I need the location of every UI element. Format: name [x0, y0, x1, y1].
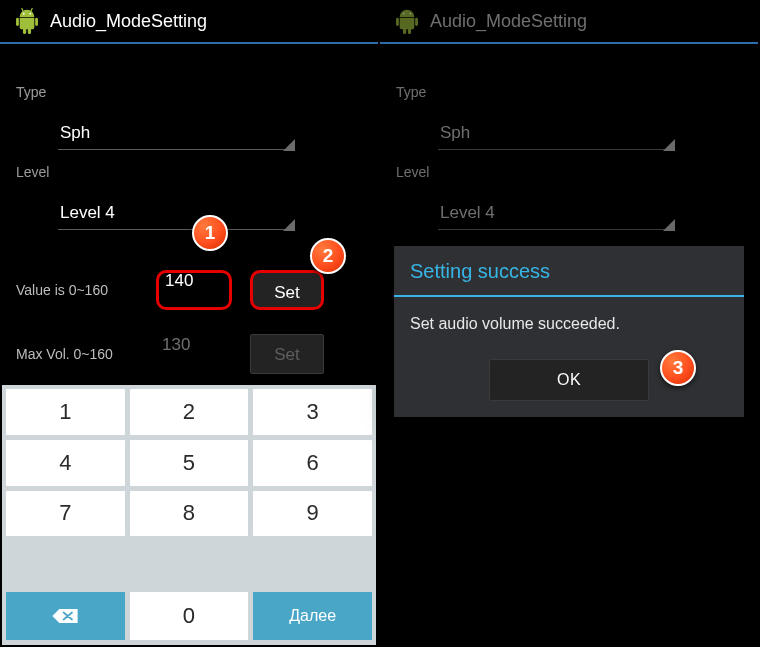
key-2[interactable]: 2	[130, 389, 249, 435]
key-7[interactable]: 7	[6, 491, 125, 537]
key-3[interactable]: 3	[253, 389, 372, 435]
app-bar: Audio_ModeSetting	[0, 0, 378, 44]
app-title: Audio_ModeSetting	[50, 11, 207, 32]
annotation-badge-1: 1	[192, 215, 228, 251]
dialog-setting-success: Setting success Set audio volume succeed…	[394, 246, 744, 417]
chevron-down-icon	[283, 219, 295, 231]
type-value: Sph	[440, 123, 470, 142]
type-value: Sph	[60, 123, 90, 142]
key-backspace[interactable]	[6, 592, 125, 640]
svg-point-9	[409, 13, 411, 15]
key-1[interactable]: 1	[6, 389, 125, 435]
label-level: Level	[16, 164, 49, 180]
dialog-title: Setting success	[394, 246, 744, 295]
maxvol-field-wrap: 130	[156, 334, 232, 374]
key-4[interactable]: 4	[6, 440, 125, 486]
level-value: Level 4	[440, 203, 495, 222]
bugdroid-icon	[394, 8, 420, 34]
key-next[interactable]: Далее	[253, 592, 372, 640]
bugdroid-icon	[14, 8, 40, 34]
type-spinner[interactable]: Sph	[58, 120, 293, 150]
svg-point-8	[403, 13, 405, 15]
type-spinner[interactable]: Sph	[438, 120, 673, 150]
maxvol-input[interactable]: 130	[156, 335, 226, 373]
annotation-badge-2: 2	[310, 238, 346, 274]
label-maxvol: Max Vol. 0~160	[16, 346, 156, 362]
highlight-value-field: 140	[156, 270, 232, 310]
backspace-icon	[51, 607, 79, 625]
key-6[interactable]: 6	[253, 440, 372, 486]
chevron-down-icon	[283, 139, 295, 151]
svg-rect-0	[16, 18, 19, 26]
key-5[interactable]: 5	[130, 440, 249, 486]
svg-point-5	[29, 13, 31, 15]
svg-point-4	[23, 13, 25, 15]
label-type: Type	[396, 84, 426, 100]
app-bar: Audio_ModeSetting	[380, 0, 758, 44]
label-type: Type	[16, 84, 46, 100]
annotation-badge-3: 3	[660, 350, 696, 386]
set-button-maxvol[interactable]: Set	[250, 334, 324, 374]
chevron-down-icon	[663, 139, 675, 151]
screen-right: Audio_ModeSetting Type Sph Level Level 4…	[380, 0, 758, 647]
svg-rect-7	[415, 18, 418, 26]
chevron-down-icon	[663, 219, 675, 231]
level-value: Level 4	[60, 203, 115, 222]
key-8[interactable]: 8	[130, 491, 249, 537]
app-title: Audio_ModeSetting	[430, 11, 587, 32]
level-spinner[interactable]: Level 4	[438, 200, 673, 230]
level-spinner[interactable]: Level 4	[58, 200, 293, 230]
maxvol-row: Max Vol. 0~160 130 Set	[16, 334, 366, 374]
value-input[interactable]: 140	[159, 271, 229, 309]
set-button[interactable]: Set	[250, 270, 324, 310]
svg-rect-6	[396, 18, 399, 26]
label-level: Level	[396, 164, 429, 180]
ok-button[interactable]: OK	[489, 359, 649, 401]
label-value: Value is 0~160	[16, 282, 156, 298]
numeric-keyboard: 1 2 3 4 5 6 7 8 9 0 Далее	[2, 385, 376, 645]
svg-rect-1	[35, 18, 38, 26]
value-row: Value is 0~160 140 Set	[16, 270, 366, 310]
screen-left: Audio_ModeSetting Type Sph Level Level 4…	[0, 0, 378, 647]
key-0[interactable]: 0	[130, 592, 249, 640]
key-9[interactable]: 9	[253, 491, 372, 537]
dialog-body: Set audio volume succeeded.	[394, 297, 744, 359]
